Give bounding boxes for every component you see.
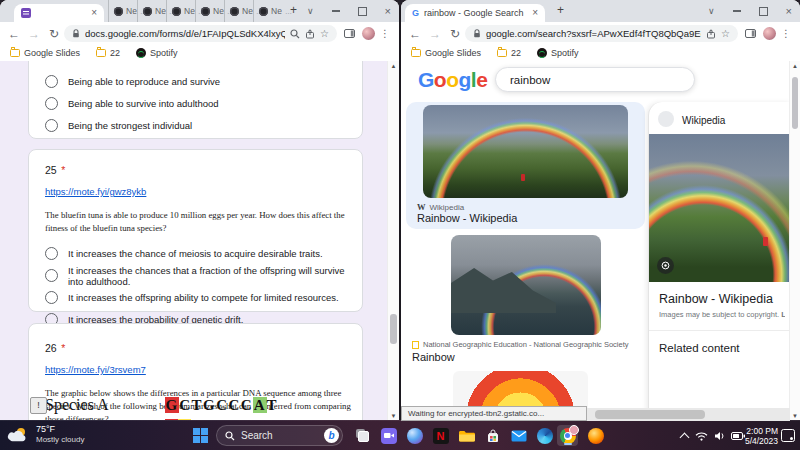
task-view-button[interactable] bbox=[352, 425, 373, 446]
browser-menu-kebab-icon[interactable]: ⋮ bbox=[776, 28, 796, 39]
radio-option[interactable]: Being the strongest individual bbox=[45, 114, 346, 136]
zoom-page-icon[interactable] bbox=[290, 29, 300, 39]
start-button[interactable] bbox=[190, 425, 211, 446]
radio-option[interactable]: Being able to reproduce and survive bbox=[45, 70, 346, 92]
mote-link[interactable]: https://mote.fyi/3rsvem7 bbox=[45, 364, 146, 375]
new-tab-button[interactable]: + bbox=[557, 3, 564, 17]
result-title[interactable]: Rainbow - Wikipedia bbox=[417, 212, 517, 224]
maximize-button[interactable] bbox=[358, 7, 367, 16]
close-window-button[interactable]: × bbox=[786, 5, 792, 17]
scroll-up-icon[interactable]: ▲ bbox=[388, 63, 399, 69]
browser-menu-kebab-icon[interactable]: ⋮ bbox=[375, 28, 395, 39]
scrollbar-thumb[interactable] bbox=[792, 77, 798, 129]
vertical-scrollbar[interactable]: ▲ ▼ bbox=[789, 61, 800, 421]
radio-option[interactable]: It increases the offspring ability to co… bbox=[45, 287, 346, 309]
address-bar[interactable]: google.com/search?sxsrf=APwXEdf4fTQ8QbQa… bbox=[465, 25, 738, 42]
tab-ne-4[interactable]: Ne… bbox=[195, 0, 224, 22]
mail-button[interactable] bbox=[508, 425, 529, 446]
battery-indicator[interactable] bbox=[731, 421, 746, 450]
wifi-indicator[interactable] bbox=[695, 421, 708, 450]
tab-ne-1[interactable]: Ne… bbox=[108, 0, 137, 22]
widgets-app-button[interactable] bbox=[404, 425, 425, 446]
profile-avatar[interactable] bbox=[362, 27, 375, 40]
result-image-rainbow-fjord[interactable] bbox=[451, 235, 601, 335]
bookmark-star-icon[interactable]: ☆ bbox=[320, 28, 329, 39]
panel-source[interactable]: Wikipedia bbox=[682, 115, 725, 126]
tray-chevron-button[interactable] bbox=[681, 421, 688, 450]
tab-ne-6[interactable]: Ne… bbox=[253, 0, 282, 22]
learn-more-link[interactable]: Learn More bbox=[781, 310, 785, 319]
netflix-button[interactable]: N bbox=[430, 425, 451, 446]
taskbar-search[interactable]: Search b bbox=[216, 425, 343, 446]
radio-option[interactable]: It increases the chances that a fraction… bbox=[45, 265, 346, 287]
microsoft-store-button[interactable] bbox=[482, 425, 503, 446]
tab-close-icon[interactable]: × bbox=[91, 8, 97, 18]
panel-image-double-rainbow[interactable] bbox=[649, 134, 791, 282]
scrollbar-thumb[interactable] bbox=[595, 410, 705, 419]
tab-search-chevron-icon[interactable]: ∨ bbox=[708, 6, 715, 16]
comment-indicator-icon[interactable]: ! bbox=[30, 397, 47, 414]
clock-widget[interactable]: 2:00 PM 5/4/2023 bbox=[745, 421, 778, 450]
chat-button[interactable] bbox=[378, 425, 399, 446]
mote-link[interactable]: https://mote.fyi/gwz8ykb bbox=[45, 186, 146, 197]
share-icon[interactable] bbox=[305, 29, 315, 39]
minimize-button[interactable] bbox=[733, 10, 741, 12]
minimize-button[interactable] bbox=[332, 10, 340, 12]
radio-icon[interactable] bbox=[45, 119, 58, 132]
refresh-button[interactable]: ↻ bbox=[445, 27, 465, 41]
panel-title[interactable]: Rainbow - Wikipedia bbox=[659, 292, 773, 306]
scroll-down-icon[interactable]: ▼ bbox=[388, 413, 399, 419]
result-image-rainbow-hills[interactable] bbox=[423, 105, 628, 198]
notification-center-button[interactable] bbox=[781, 421, 795, 450]
horizontal-scrollbar[interactable] bbox=[587, 408, 790, 421]
back-button[interactable]: ← bbox=[4, 27, 24, 41]
refresh-button[interactable]: ↻ bbox=[44, 27, 64, 41]
file-explorer-button[interactable] bbox=[456, 425, 477, 446]
bookmark-google-slides[interactable]: Google Slides bbox=[411, 48, 481, 58]
bookmark-spotify[interactable]: Spotify bbox=[537, 48, 579, 58]
bookmark-spotify[interactable]: Spotify bbox=[136, 48, 178, 58]
tab-google-forms[interactable]: × bbox=[14, 4, 104, 22]
forward-button[interactable]: → bbox=[425, 27, 445, 41]
profile-avatar[interactable] bbox=[763, 27, 776, 40]
forward-button[interactable]: → bbox=[24, 27, 44, 41]
scroll-down-icon[interactable]: ▼ bbox=[790, 413, 800, 419]
image-result-selected[interactable]: WWikipedia Rainbow - Wikipedia bbox=[406, 102, 645, 229]
close-window-button[interactable]: × bbox=[385, 5, 391, 17]
radio-icon[interactable] bbox=[45, 97, 58, 110]
radio-icon[interactable] bbox=[45, 291, 58, 304]
back-button[interactable]: ← bbox=[405, 27, 425, 41]
vertical-scrollbar[interactable]: ▲ ▼ bbox=[387, 61, 399, 421]
tab-ne-3[interactable]: Ne… bbox=[166, 0, 195, 22]
radio-option[interactable]: It increases the chance of meiosis to ac… bbox=[45, 243, 346, 265]
bookmark-star-icon[interactable]: ☆ bbox=[721, 28, 730, 39]
side-panel-icon[interactable] bbox=[745, 29, 756, 38]
scrollbar-thumb[interactable] bbox=[390, 314, 397, 344]
tab-rainbow-search[interactable]: G rainbow - Google Search × bbox=[405, 4, 545, 22]
tab-search-chevron-icon[interactable]: ∨ bbox=[307, 6, 314, 16]
radio-icon[interactable] bbox=[45, 247, 58, 260]
radio-icon[interactable] bbox=[45, 269, 58, 282]
side-panel-icon[interactable] bbox=[344, 29, 355, 38]
google-logo[interactable]: Google bbox=[418, 68, 487, 92]
edge-button[interactable] bbox=[534, 425, 555, 446]
bookmark-google-slides[interactable]: Google Slides bbox=[10, 48, 80, 58]
firefox-button[interactable] bbox=[585, 425, 606, 446]
chrome-button[interactable] bbox=[557, 425, 578, 446]
search-input[interactable]: rainbow bbox=[495, 67, 695, 92]
scroll-up-icon[interactable]: ▲ bbox=[790, 63, 800, 69]
weather-widget[interactable]: 75°F Mostly cloudy bbox=[6, 424, 84, 445]
tab-ne-5[interactable]: Ne… bbox=[224, 0, 253, 22]
image-result[interactable]: National Geographic Education - National… bbox=[406, 233, 645, 368]
new-tab-button[interactable]: + bbox=[290, 3, 297, 17]
result-title[interactable]: Rainbow bbox=[412, 351, 455, 363]
bookmark-22[interactable]: 22 bbox=[96, 48, 120, 58]
tab-ne-2[interactable]: Ne… bbox=[137, 0, 166, 22]
google-lens-icon[interactable] bbox=[657, 257, 674, 274]
maximize-button[interactable] bbox=[759, 7, 768, 16]
address-bar[interactable]: docs.google.com/forms/d/e/1FAIpQLSdKX4lx… bbox=[64, 25, 337, 42]
radio-icon[interactable] bbox=[45, 75, 58, 88]
bing-icon[interactable]: b bbox=[324, 428, 339, 443]
tab-close-icon[interactable]: × bbox=[532, 8, 538, 18]
bookmark-22[interactable]: 22 bbox=[497, 48, 521, 58]
